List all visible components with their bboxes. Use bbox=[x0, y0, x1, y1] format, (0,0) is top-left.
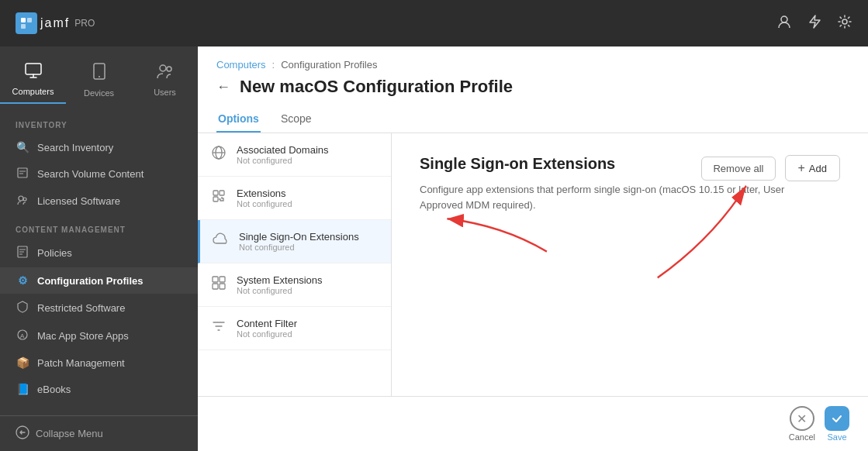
inventory-label: INVENTORY bbox=[0, 110, 198, 134]
svg-point-14 bbox=[23, 198, 26, 201]
nav-users[interactable]: Users bbox=[132, 57, 198, 103]
bolt-icon[interactable] bbox=[807, 14, 821, 33]
collapse-menu[interactable]: Collapse Menu bbox=[16, 425, 182, 442]
extensions-text: Extensions Not configured bbox=[237, 188, 292, 208]
svg-rect-1 bbox=[27, 18, 32, 22]
patch-icon: 📦 bbox=[16, 356, 29, 369]
sidebar-search-volume-label: Search Volume Content bbox=[37, 168, 144, 180]
computers-icon bbox=[24, 62, 43, 84]
shield-icon bbox=[16, 301, 29, 315]
svg-point-13 bbox=[19, 196, 23, 201]
svg-rect-30 bbox=[213, 284, 218, 289]
add-plus-icon: + bbox=[798, 161, 805, 175]
sidebar-policies-label: Policies bbox=[37, 247, 72, 259]
top-bar-right bbox=[776, 14, 852, 33]
content-management-label: CONTENT MANAGEMENT bbox=[0, 215, 198, 239]
nav-computers[interactable]: Computers bbox=[0, 56, 66, 104]
save-label: Save bbox=[827, 432, 846, 442]
back-button[interactable]: ← bbox=[216, 79, 230, 95]
detail-description: Configure app extensions that perform si… bbox=[420, 182, 792, 212]
sidebar-item-ebooks[interactable]: 📘 eBooks bbox=[0, 376, 198, 402]
nav-icons-row: Computers Devices bbox=[0, 46, 198, 110]
svg-rect-31 bbox=[220, 284, 225, 289]
system-ext-icon bbox=[210, 275, 227, 294]
save-icon bbox=[825, 406, 849, 431]
system-extensions-name: System Extensions bbox=[237, 274, 323, 286]
associated-domains-text: Associated Domains Not configured bbox=[237, 144, 329, 165]
logo-icon bbox=[16, 12, 37, 34]
settings-item-associated-domains[interactable]: Associated Domains Not configured bbox=[198, 133, 391, 177]
sidebar-item-restricted-software[interactable]: Restricted Software bbox=[0, 294, 198, 322]
sidebar-item-mac-app-store[interactable]: A Mac App Store Apps bbox=[0, 322, 198, 349]
sidebar-config-profiles-label: Configuration Profiles bbox=[37, 275, 144, 287]
svg-rect-25 bbox=[213, 191, 218, 195]
cancel-button[interactable]: ✕ Cancel bbox=[789, 406, 815, 442]
logo-text: jamf bbox=[40, 16, 70, 30]
svg-point-7 bbox=[99, 76, 100, 77]
extensions-icon bbox=[210, 188, 227, 208]
svg-rect-5 bbox=[26, 64, 41, 74]
svg-point-8 bbox=[160, 65, 166, 71]
logo-pro: PRO bbox=[74, 18, 95, 29]
content-filter-name: Content Filter bbox=[237, 318, 297, 329]
collapse-icon bbox=[16, 425, 29, 442]
content-header: Computers : Configuration Profiles ← New… bbox=[198, 46, 868, 133]
settings-item-extensions[interactable]: Extensions Not configured bbox=[198, 177, 391, 220]
page-title-row: ← New macOS Configuration Profile bbox=[216, 77, 849, 97]
settings-item-content-filter[interactable]: Content Filter Not configured bbox=[198, 307, 391, 350]
svg-point-4 bbox=[842, 19, 847, 24]
policies-icon bbox=[16, 246, 29, 260]
svg-rect-28 bbox=[213, 277, 218, 282]
settings-item-sso[interactable]: Single Sign-On Extensions Not configured bbox=[198, 220, 391, 263]
svg-rect-0 bbox=[21, 18, 26, 22]
settings-item-system-extensions[interactable]: System Extensions Not configured bbox=[198, 263, 391, 307]
config-profiles-icon: ⚙ bbox=[16, 274, 29, 287]
svg-rect-29 bbox=[220, 277, 225, 282]
sidebar-mac-app-store-label: Mac App Store Apps bbox=[37, 330, 129, 342]
gear-icon[interactable] bbox=[837, 14, 852, 33]
sidebar-licensed-software-label: Licensed Software bbox=[37, 195, 120, 207]
sidebar-restricted-software-label: Restricted Software bbox=[37, 302, 125, 314]
sidebar-item-patch-management[interactable]: 📦 Patch Management bbox=[0, 349, 198, 376]
tab-options[interactable]: Options bbox=[216, 106, 261, 133]
sso-name: Single Sign-On Extensions bbox=[239, 231, 359, 243]
sidebar-item-configuration-profiles[interactable]: ⚙ Configuration Profiles bbox=[0, 267, 198, 294]
svg-rect-2 bbox=[21, 24, 26, 29]
cancel-icon: ✕ bbox=[790, 406, 814, 431]
content-filter-status: Not configured bbox=[237, 329, 297, 339]
cancel-label: Cancel bbox=[789, 432, 815, 442]
save-button[interactable]: Save bbox=[825, 406, 849, 442]
breadcrumb-computers[interactable]: Computers bbox=[216, 59, 266, 71]
content-body: Associated Domains Not configured bbox=[198, 133, 868, 396]
svg-rect-10 bbox=[18, 168, 27, 177]
extensions-name: Extensions bbox=[237, 188, 292, 199]
sso-text: Single Sign-On Extensions Not configured bbox=[239, 231, 359, 252]
settings-list: Associated Domains Not configured bbox=[198, 133, 392, 396]
svg-point-3 bbox=[781, 16, 787, 22]
remove-all-button[interactable]: Remove all bbox=[701, 157, 775, 181]
sidebar-item-search-volume[interactable]: Search Volume Content bbox=[0, 160, 198, 188]
globe-icon bbox=[210, 145, 227, 164]
breadcrumb-separator: : bbox=[272, 59, 275, 71]
sidebar-item-search-inventory[interactable]: 🔍 Search Inventory bbox=[0, 134, 198, 160]
search-icon: 🔍 bbox=[16, 141, 29, 153]
bottom-bar: ✕ Cancel Save bbox=[198, 396, 868, 451]
sidebar-item-policies[interactable]: Policies bbox=[0, 239, 198, 267]
detail-actions: Remove all + Add bbox=[701, 155, 840, 181]
system-extensions-text: System Extensions Not configured bbox=[237, 274, 323, 295]
sidebar: Computers Devices bbox=[0, 46, 198, 451]
nav-devices[interactable]: Devices bbox=[66, 56, 132, 104]
content-area: Computers : Configuration Profiles ← New… bbox=[198, 46, 868, 451]
detail-panel: Remove all + Add Single Sign-on Extensio… bbox=[392, 133, 868, 396]
user-icon[interactable] bbox=[776, 14, 792, 33]
devices-icon bbox=[92, 62, 106, 85]
add-button[interactable]: + Add bbox=[785, 155, 840, 181]
tab-scope[interactable]: Scope bbox=[279, 106, 313, 133]
sidebar-search-inventory-label: Search Inventory bbox=[37, 142, 113, 153]
sidebar-item-licensed-software[interactable]: Licensed Software bbox=[0, 188, 198, 215]
sso-status: Not configured bbox=[239, 243, 359, 252]
sidebar-patch-management-label: Patch Management bbox=[37, 357, 125, 369]
system-extensions-status: Not configured bbox=[237, 286, 323, 295]
add-label: Add bbox=[809, 163, 827, 174]
content-filter-text: Content Filter Not configured bbox=[237, 318, 297, 339]
